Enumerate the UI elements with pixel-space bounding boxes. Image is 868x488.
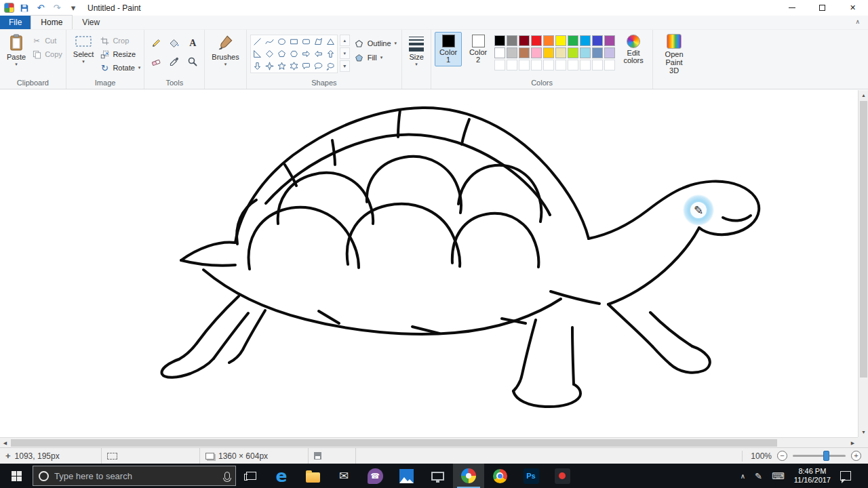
scroll-down-arrow[interactable]: ▼ — [859, 427, 868, 437]
shape-callout-rounded[interactable] — [300, 60, 312, 72]
horizontal-scrollbar[interactable]: ◀ ▶ — [0, 437, 858, 447]
drawing-canvas[interactable]: ✎ — [0, 90, 858, 437]
text-tool-button[interactable]: A — [184, 35, 201, 52]
shape-callout-cloud[interactable] — [325, 60, 336, 72]
palette-swatch[interactable] — [531, 47, 542, 58]
color-picker-tool-button[interactable] — [166, 54, 182, 70]
taskbar-app-mail[interactable]: ✉ — [328, 464, 359, 488]
palette-custom-slot[interactable] — [592, 60, 603, 70]
shape-arrow-down[interactable] — [252, 60, 263, 72]
shape-star-4[interactable] — [264, 60, 275, 72]
palette-swatch[interactable] — [543, 35, 554, 46]
palette-swatch[interactable] — [580, 35, 591, 46]
scroll-right-arrow[interactable]: ▶ — [848, 438, 858, 448]
edit-colors-button[interactable]: Edit colors — [618, 32, 649, 67]
palette-swatch[interactable] — [543, 47, 554, 58]
palette-swatch[interactable] — [580, 47, 591, 58]
tab-home[interactable]: Home — [31, 15, 73, 29]
maximize-button[interactable] — [807, 0, 837, 16]
scroll-left-arrow[interactable]: ◀ — [0, 438, 10, 448]
save-button[interactable] — [18, 2, 31, 14]
palette-swatch[interactable] — [568, 47, 578, 58]
palette-swatch[interactable] — [519, 35, 530, 46]
cut-button[interactable]: ✂ Cut — [32, 36, 62, 45]
zoom-slider[interactable] — [793, 455, 846, 457]
palette-swatch[interactable] — [555, 35, 566, 46]
palette-swatch[interactable] — [531, 35, 542, 46]
shape-oval[interactable] — [276, 36, 288, 47]
shapes-scroll-up-button[interactable]: ▴ — [340, 35, 350, 46]
rotate-button[interactable]: ↻ Rotate ▾ — [100, 63, 140, 73]
shape-rectangle[interactable] — [288, 36, 300, 47]
palette-swatch[interactable] — [494, 35, 505, 46]
close-button[interactable]: ✕ — [837, 0, 868, 16]
tab-file[interactable]: File — [0, 16, 31, 29]
outline-button[interactable]: Outline ▾ — [355, 39, 397, 48]
palette-custom-slot[interactable] — [494, 60, 505, 70]
zoom-in-button[interactable]: + — [851, 451, 861, 461]
shape-star-6[interactable] — [288, 60, 300, 72]
shapes-scroll-down-button[interactable]: ▾ — [340, 47, 350, 59]
palette-custom-slot[interactable] — [580, 60, 591, 70]
palette-swatch[interactable] — [604, 47, 615, 58]
shape-star-5[interactable] — [276, 60, 288, 72]
taskbar-app-viber[interactable]: ☎ — [359, 464, 391, 488]
select-button[interactable]: Select ▾ — [70, 32, 98, 64]
shape-right-triangle[interactable] — [252, 48, 263, 60]
shape-curve[interactable] — [264, 36, 275, 47]
palette-swatch[interactable] — [604, 35, 615, 46]
windows-ink-pen-icon[interactable]: ✎ — [755, 471, 762, 481]
shape-callout-oval[interactable] — [313, 60, 324, 72]
shape-polygon[interactable] — [313, 36, 324, 47]
taskbar-app-devices[interactable] — [422, 464, 453, 488]
taskbar-search[interactable] — [33, 466, 236, 486]
shape-arrow-right[interactable] — [300, 48, 312, 60]
palette-swatch[interactable] — [494, 47, 505, 58]
zoom-out-button[interactable]: − — [777, 451, 787, 461]
horizontal-scroll-thumb[interactable] — [11, 439, 777, 447]
shape-triangle[interactable] — [325, 36, 336, 47]
shape-rounded-rectangle[interactable] — [300, 36, 312, 47]
taskbar-app-paint[interactable] — [453, 464, 484, 488]
brushes-button[interactable]: Brushes ▾ — [208, 32, 242, 67]
search-input[interactable] — [54, 471, 219, 481]
palette-custom-slot[interactable] — [507, 60, 517, 70]
taskbar-clock[interactable]: 8:46 PM 11/16/2017 — [794, 467, 831, 485]
eraser-tool-button[interactable] — [148, 54, 164, 70]
task-view-button[interactable] — [236, 464, 266, 488]
resize-button[interactable]: Resize — [100, 49, 140, 59]
palette-swatch[interactable] — [592, 47, 603, 58]
shape-hexagon[interactable] — [288, 48, 300, 60]
taskbar-app-edge[interactable]: e — [266, 464, 297, 488]
taskbar-app-recorder[interactable] — [547, 464, 578, 488]
shape-fill-button[interactable]: Fill ▾ — [355, 53, 397, 62]
touch-keyboard-icon[interactable]: ⌨ — [772, 471, 785, 481]
palette-swatch[interactable] — [507, 35, 517, 46]
paste-button[interactable]: Paste ▾ — [3, 32, 29, 67]
palette-swatch[interactable] — [568, 35, 578, 46]
zoom-slider-thumb[interactable] — [823, 451, 829, 461]
magnifier-tool-button[interactable] — [184, 54, 201, 70]
palette-custom-slot[interactable] — [604, 60, 615, 70]
palette-swatch[interactable] — [519, 47, 530, 58]
shape-line[interactable] — [252, 36, 263, 47]
customize-qat-chevron-icon[interactable]: ▾ — [67, 2, 79, 14]
tab-view[interactable]: View — [73, 16, 109, 29]
crop-button[interactable]: Crop — [100, 36, 140, 45]
minimize-button[interactable] — [776, 0, 807, 16]
shapes-more-button[interactable]: ▼ — [340, 60, 350, 72]
start-button[interactable] — [0, 464, 33, 488]
vertical-scrollbar[interactable]: ▲ ▼ — [858, 90, 868, 437]
vertical-scroll-thumb[interactable] — [860, 101, 867, 378]
color1-button[interactable]: Color 1 — [435, 32, 462, 66]
size-button[interactable]: Size ▾ — [406, 32, 427, 67]
shape-pentagon[interactable] — [276, 48, 288, 60]
pencil-tool-button[interactable] — [148, 35, 164, 52]
taskbar-app-photoshop[interactable]: Ps — [515, 464, 547, 488]
palette-custom-slot[interactable] — [519, 60, 530, 70]
palette-custom-slot[interactable] — [531, 60, 542, 70]
tray-chevron-up-icon[interactable]: ∧ — [741, 472, 745, 480]
color2-button[interactable]: Color 2 — [465, 32, 492, 66]
shape-arrow-left[interactable] — [313, 48, 324, 60]
palette-swatch[interactable] — [507, 47, 517, 58]
